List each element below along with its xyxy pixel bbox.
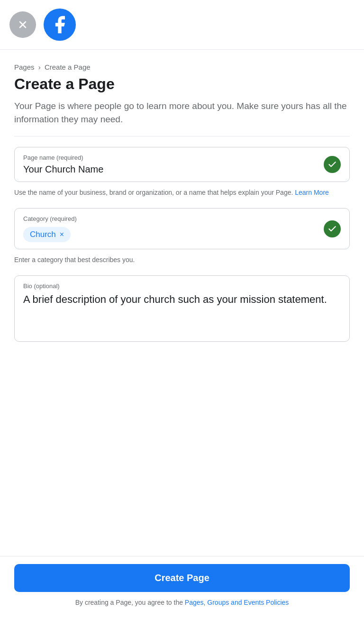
bio-label: Bio (optional) <box>23 282 341 290</box>
page-title: Create a Page <box>14 75 350 93</box>
page-name-hint: Use the name of your business, brand or … <box>14 188 350 198</box>
app-header <box>0 0 364 50</box>
page-name-field[interactable]: Page name (required) Your Church Name <box>14 147 350 182</box>
section-divider <box>14 136 350 137</box>
breadcrumb-current: Create a Page <box>45 63 91 71</box>
category-label: Category (required) <box>23 215 341 222</box>
page-name-label: Page name (required) <box>23 154 341 161</box>
terms-link[interactable]: Pages, Groups and Events Policies <box>185 599 289 606</box>
page-name-value: Your Church Name <box>23 164 341 175</box>
main-content: Pages › Create a Page Create a Page Your… <box>0 50 364 414</box>
breadcrumb-parent: Pages <box>14 63 35 71</box>
page-description: Your Page is where people go to learn mo… <box>14 100 350 126</box>
bio-field[interactable]: Bio (optional) A brief description of yo… <box>14 275 350 342</box>
facebook-logo <box>44 9 76 41</box>
category-check-icon <box>324 220 341 237</box>
breadcrumb: Pages › Create a Page <box>14 63 350 71</box>
breadcrumb-separator: › <box>38 63 41 71</box>
learn-more-link[interactable]: Learn More <box>295 189 329 196</box>
category-tag[interactable]: Church × <box>23 227 71 242</box>
footer: Create Page By creating a Page, you agre… <box>0 556 364 619</box>
category-hint: Enter a category that best describes you… <box>14 255 350 265</box>
category-tag-value: Church <box>30 230 56 239</box>
page-name-check-icon <box>324 156 341 173</box>
bio-value: A brief description of your church such … <box>23 292 341 307</box>
category-tag-remove[interactable]: × <box>60 230 64 239</box>
close-button[interactable] <box>9 11 36 38</box>
create-page-button[interactable]: Create Page <box>14 564 350 592</box>
terms-text: By creating a Page, you agree to the Pag… <box>14 598 350 608</box>
category-field[interactable]: Category (required) Church × <box>14 208 350 249</box>
